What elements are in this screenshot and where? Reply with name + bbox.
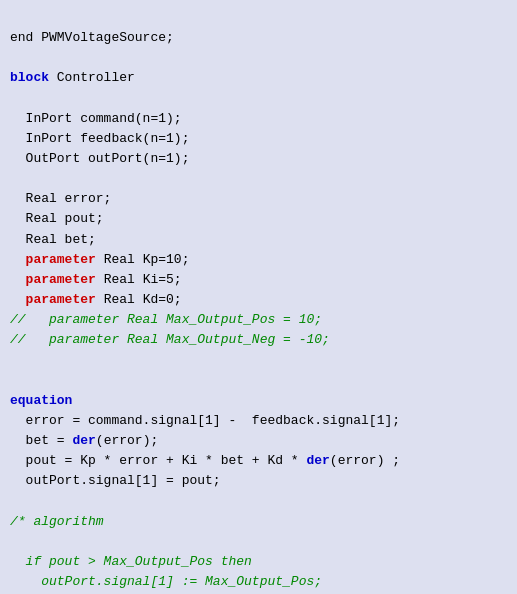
code-segment: Real error; — [10, 191, 111, 206]
code-line: // parameter Real Max_Output_Pos = 10; — [10, 310, 507, 330]
code-segment: end PWMVoltageSource; — [10, 30, 174, 45]
code-line: end PWMVoltageSource; — [10, 28, 507, 48]
code-segment: /* algorithm — [10, 514, 104, 529]
code-line: block Controller — [10, 68, 507, 88]
code-line — [10, 350, 507, 370]
code-editor: end PWMVoltageSource; block Controller I… — [0, 0, 517, 594]
code-segment: Controller — [49, 70, 135, 85]
code-line: Real pout; — [10, 209, 507, 229]
code-segment: der — [306, 453, 329, 468]
code-line: /* algorithm — [10, 512, 507, 532]
code-line: bet = der(error); — [10, 431, 507, 451]
code-segment: parameter — [26, 252, 96, 267]
code-line — [10, 169, 507, 189]
code-line: InPort feedback(n=1); — [10, 129, 507, 149]
code-segment: Real Kp=10; — [96, 252, 190, 267]
code-segment: // parameter Real Max_Output_Neg = -10; — [10, 332, 330, 347]
code-segment: Real bet; — [10, 232, 96, 247]
code-segment: block — [10, 70, 49, 85]
code-segment: OutPort outPort(n=1); — [10, 151, 189, 166]
code-segment: (error) ; — [330, 453, 400, 468]
code-line: error = command.signal[1] - feedback.sig… — [10, 411, 507, 431]
code-segment — [10, 252, 26, 267]
code-line: outPort.signal[1] = pout; — [10, 471, 507, 491]
code-segment: parameter — [26, 272, 96, 287]
code-line: parameter Real Kd=0; — [10, 290, 507, 310]
code-line: outPort.signal[1] := Max_Output_Pos; — [10, 572, 507, 592]
code-line: // parameter Real Max_Output_Neg = -10; — [10, 330, 507, 350]
code-line — [10, 532, 507, 552]
code-segment: InPort command(n=1); — [10, 111, 182, 126]
code-segment: error = command.signal[1] - feedback.sig… — [10, 413, 400, 428]
code-line: InPort command(n=1); — [10, 109, 507, 129]
code-line: Real bet; — [10, 230, 507, 250]
code-segment: if pout > Max_Output_Pos then — [10, 554, 252, 569]
code-segment — [10, 292, 26, 307]
code-line — [10, 48, 507, 68]
code-segment: outPort.signal[1] := Max_Output_Pos; — [10, 574, 322, 589]
code-segment: parameter — [26, 292, 96, 307]
code-segment: pout = Kp * error + Ki * bet + Kd * — [10, 453, 306, 468]
code-line — [10, 491, 507, 511]
code-segment: outPort.signal[1] = pout; — [10, 473, 221, 488]
code-line: pout = Kp * error + Ki * bet + Kd * der(… — [10, 451, 507, 471]
code-segment: InPort feedback(n=1); — [10, 131, 189, 146]
code-line: OutPort outPort(n=1); — [10, 149, 507, 169]
code-line: parameter Real Kp=10; — [10, 250, 507, 270]
code-line — [10, 371, 507, 391]
code-line: Real error; — [10, 189, 507, 209]
code-line: equation — [10, 391, 507, 411]
code-segment: Real pout; — [10, 211, 104, 226]
code-line — [10, 89, 507, 109]
code-segment: bet = — [10, 433, 72, 448]
code-segment: der — [72, 433, 95, 448]
code-segment: Real Ki=5; — [96, 272, 182, 287]
code-segment: // parameter Real Max_Output_Pos = 10; — [10, 312, 322, 327]
code-segment: (error); — [96, 433, 158, 448]
code-segment: Real Kd=0; — [96, 292, 182, 307]
code-line: parameter Real Ki=5; — [10, 270, 507, 290]
code-line: if pout > Max_Output_Pos then — [10, 552, 507, 572]
code-segment: equation — [10, 393, 72, 408]
code-segment — [10, 272, 26, 287]
